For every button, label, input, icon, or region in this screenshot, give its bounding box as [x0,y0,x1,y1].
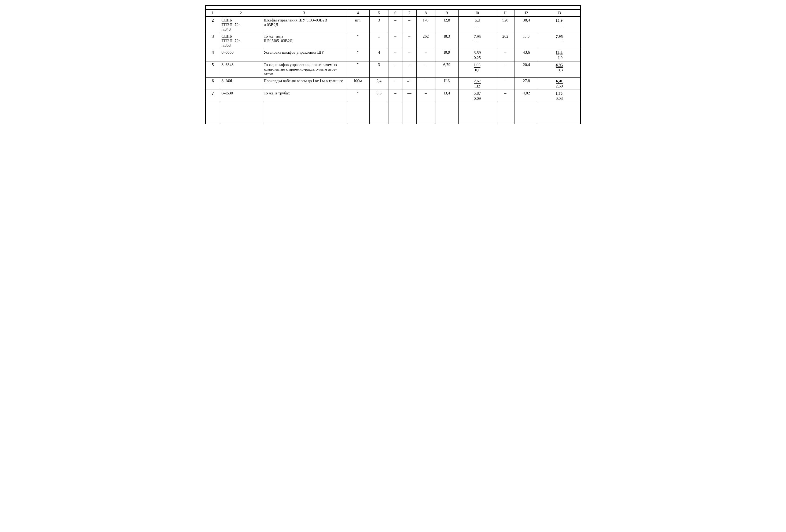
row-number: 5 [206,62,220,77]
source-ref: СШIБ ТПЭП–72г. п.348 [220,17,262,33]
col6-value: – [389,77,402,90]
row-number: 3 [206,33,220,49]
col11-value: – [496,49,515,62]
footer-cell [435,102,459,124]
col5-value: 2,4 [370,77,389,90]
col7-value: – [402,62,416,77]
row-number: 7 [206,90,220,102]
fraction-denominator: – [476,23,478,28]
source-ref: 8–I530 [220,90,262,102]
row-number: 2 [206,17,220,33]
fraction-col13: I,76 0,03 [556,91,563,101]
row-number: 6 [206,77,220,90]
unit: шт. [346,17,370,33]
fraction-numerator: I,65 [474,63,481,68]
col7-value: –– [402,90,416,102]
fraction-denominator: I,I2 [474,84,480,89]
col-header-5: 5 [370,10,389,17]
footer-cell [496,102,515,124]
fraction-col13: I5,9 – [556,18,562,28]
col12-value: I8,3 [515,33,538,49]
col5-value: 0,3 [370,90,389,102]
col13-fraction: I5,9 – [538,17,580,33]
col7-value: – [402,17,416,33]
fraction-numerator: 5,87 [474,91,481,96]
col-header-4: 4 [346,10,370,17]
description: То же, в трубах [262,90,346,102]
col-header-6: 6 [389,10,402,17]
col13-fraction: 6,4I 2,69 [538,77,580,90]
fraction-denominator: 2,69 [556,84,563,89]
col6-value: – [389,62,402,77]
col9-value: I2,8 [435,17,459,33]
page-header [206,6,580,10]
row-number: 4 [206,49,220,62]
footer-cell [515,102,538,124]
footer-cell [459,102,496,124]
col11-value: 528 [496,17,515,33]
col6-value: – [389,33,402,49]
fraction-numerator: I,76 [556,91,563,96]
col-header-7: 7 [402,10,416,17]
fraction-col10: 2,67 I,I2 [474,78,481,89]
col5-value: I [370,33,389,49]
col8-value: I76 [416,17,435,33]
fraction-col10: 5,87 0,09 [474,91,481,101]
unit: " [346,62,370,77]
col13-fraction: 7,95 – [538,33,580,49]
source-ref: 8–I40I [220,77,262,90]
main-table: I 2 3 4 5 6 7 8 9 I0 II I2 I3 2СШIБ ТПЭП… [206,10,580,124]
col9-value: 6,79 [435,62,459,77]
fraction-col13: 4,95 0,3 [556,63,563,72]
col9-value: I8,3 [435,33,459,49]
col-header-1: I [206,10,220,17]
footer-cell [262,102,346,124]
col12-value: 43,6 [515,49,538,62]
fraction-numerator: 7,95 [556,34,563,39]
source-ref: 8–6650 [220,49,262,62]
table-row: 68–I40IПрокладка кабе-ля весом до I кг I… [206,77,580,90]
col-header-3: 3 [262,10,346,17]
unit: " [346,33,370,49]
fraction-denominator: I,0 [558,55,562,60]
col10-fraction: 3,59 0,25 [459,49,496,62]
description: Установка шкафов управления ШУ [262,49,346,62]
col8-value: – [416,77,435,90]
fraction-col10: I,65 0,I [474,63,481,72]
col8-value: – [416,90,435,102]
col7-value: – [402,49,416,62]
table-row: 48–6650Установка шкафов управления ШУ"4–… [206,49,580,62]
fraction-col13: I4,4 I,0 [556,50,562,60]
col12-value: 27,8 [515,77,538,90]
col12-value: 38,4 [515,17,538,33]
description: То же, шкафов управления, пос-тавляемых … [262,62,346,77]
col-header-12: I2 [515,10,538,17]
footer-cell [416,102,435,124]
description: Прокладка кабе-ля весом до I кг I м в тр… [262,77,346,90]
col13-fraction: I,76 0,03 [538,90,580,102]
col10-fraction: I,65 0,I [459,62,496,77]
col7-value: – [402,33,416,49]
col8-value: – [416,62,435,77]
unit: " [346,90,370,102]
footer-cell [220,102,262,124]
col6-value: – [389,49,402,62]
table-row: 2СШIБ ТПЭП–72г. п.348Шкафы управления ШУ… [206,17,580,33]
col5-value: 3 [370,17,389,33]
col11-value: – [496,62,515,77]
fraction-denominator: 0,I [475,68,479,72]
column-header-row: I 2 3 4 5 6 7 8 9 I0 II I2 I3 [206,10,580,17]
col6-value: – [389,17,402,33]
table-row: 78–I530То же, в трубах"0,3––––I3,4 5,87 … [206,90,580,102]
fraction-denominator: – [560,23,562,28]
col-header-10: I0 [459,10,496,17]
col13-fraction: I4,4 I,0 [538,49,580,62]
fraction-numerator: I5,9 [556,18,562,23]
footer-cell [206,102,220,124]
footer-cell [370,102,389,124]
col10-fraction: 7,95 – [459,33,496,49]
fraction-denominator: 0,25 [474,55,481,60]
fraction-col10: 3,59 0,25 [474,50,481,60]
col9-value: I0,9 [435,49,459,62]
col5-value: 3 [370,62,389,77]
